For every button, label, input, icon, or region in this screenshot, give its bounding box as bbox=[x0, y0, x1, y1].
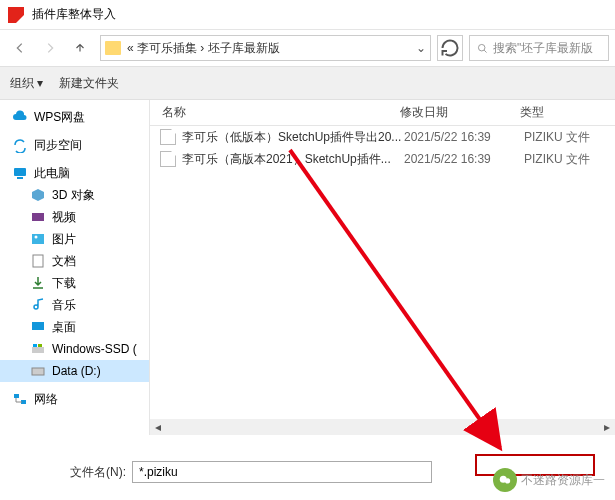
address-bar[interactable]: « 李可乐插集 › 坯子库最新版 ⌄ bbox=[100, 35, 431, 61]
cube-icon bbox=[30, 187, 46, 203]
watermark: 不迷路资源库一 bbox=[493, 468, 605, 492]
download-icon bbox=[30, 275, 46, 291]
svg-point-5 bbox=[35, 236, 38, 239]
svg-rect-4 bbox=[32, 234, 44, 244]
file-icon bbox=[160, 151, 176, 167]
sidebar-item-documents[interactable]: 文档 bbox=[0, 250, 149, 272]
horizontal-scrollbar[interactable]: ◂ ▸ bbox=[150, 419, 615, 435]
svg-point-16 bbox=[505, 478, 510, 483]
sidebar: WPS网盘 同步空间 此电脑 3D 对象 视频 图片 文档 下载 音乐 桌面 W… bbox=[0, 100, 150, 435]
column-date[interactable]: 修改日期 bbox=[400, 104, 520, 121]
drive-icon bbox=[30, 363, 46, 379]
svg-point-0 bbox=[478, 44, 485, 51]
filename-label: 文件名(N): bbox=[70, 464, 126, 481]
pictures-icon bbox=[30, 231, 46, 247]
sidebar-item-desktop[interactable]: 桌面 bbox=[0, 316, 149, 338]
documents-icon bbox=[30, 253, 46, 269]
forward-button[interactable] bbox=[36, 34, 64, 62]
sidebar-item-datad[interactable]: Data (D:) bbox=[0, 360, 149, 382]
newfolder-button[interactable]: 新建文件夹 bbox=[59, 75, 119, 92]
window-title: 插件库整体导入 bbox=[32, 6, 116, 23]
sidebar-item-network[interactable]: 网络 bbox=[0, 388, 149, 410]
back-button[interactable] bbox=[6, 34, 34, 62]
pc-icon bbox=[12, 165, 28, 181]
cloud-icon bbox=[12, 109, 28, 125]
svg-rect-12 bbox=[14, 394, 19, 398]
up-button[interactable] bbox=[66, 34, 94, 62]
sidebar-item-music[interactable]: 音乐 bbox=[0, 294, 149, 316]
music-icon bbox=[30, 297, 46, 313]
search-placeholder: 搜索"坯子库最新版 bbox=[493, 40, 593, 57]
sidebar-item-3d[interactable]: 3D 对象 bbox=[0, 184, 149, 206]
desktop-icon bbox=[30, 319, 46, 335]
wechat-icon bbox=[493, 468, 517, 492]
scroll-right-icon[interactable]: ▸ bbox=[599, 419, 615, 435]
column-type[interactable]: 类型 bbox=[520, 104, 615, 121]
svg-rect-11 bbox=[32, 368, 44, 375]
column-name[interactable]: 名称 bbox=[150, 104, 400, 121]
folder-icon bbox=[105, 41, 121, 55]
sidebar-item-winssd[interactable]: Windows-SSD ( bbox=[0, 338, 149, 360]
svg-rect-1 bbox=[14, 168, 26, 176]
filename-input[interactable] bbox=[132, 461, 432, 483]
svg-rect-10 bbox=[38, 344, 42, 347]
scroll-left-icon[interactable]: ◂ bbox=[150, 419, 166, 435]
file-icon bbox=[160, 129, 176, 145]
chevron-down-icon[interactable]: ⌄ bbox=[416, 41, 426, 55]
sidebar-item-pictures[interactable]: 图片 bbox=[0, 228, 149, 250]
sidebar-item-sync[interactable]: 同步空间 bbox=[0, 134, 149, 156]
organize-menu[interactable]: 组织 ▾ bbox=[10, 75, 43, 92]
sync-icon bbox=[12, 137, 28, 153]
svg-rect-6 bbox=[33, 255, 43, 267]
sidebar-item-wps[interactable]: WPS网盘 bbox=[0, 106, 149, 128]
svg-rect-2 bbox=[17, 177, 23, 179]
search-input[interactable]: 搜索"坯子库最新版 bbox=[469, 35, 609, 61]
svg-rect-3 bbox=[32, 213, 44, 221]
svg-rect-9 bbox=[33, 344, 37, 347]
drive-icon bbox=[30, 341, 46, 357]
network-icon bbox=[12, 391, 28, 407]
breadcrumb: « 李可乐插集 › 坯子库最新版 bbox=[127, 40, 412, 57]
file-list: 名称 修改日期 类型 李可乐（低版本）SketchUp插件导出20... 202… bbox=[150, 100, 615, 435]
app-icon bbox=[8, 7, 24, 23]
svg-rect-7 bbox=[32, 322, 44, 330]
sidebar-item-downloads[interactable]: 下载 bbox=[0, 272, 149, 294]
svg-rect-8 bbox=[32, 347, 44, 353]
file-row[interactable]: 李可乐（低版本）SketchUp插件导出20... 2021/5/22 16:3… bbox=[150, 126, 615, 148]
refresh-button[interactable] bbox=[437, 35, 463, 61]
sidebar-item-video[interactable]: 视频 bbox=[0, 206, 149, 228]
sidebar-item-thispc[interactable]: 此电脑 bbox=[0, 162, 149, 184]
video-icon bbox=[30, 209, 46, 225]
file-row[interactable]: 李可乐（高版本2021）SketchUp插件... 2021/5/22 16:3… bbox=[150, 148, 615, 170]
